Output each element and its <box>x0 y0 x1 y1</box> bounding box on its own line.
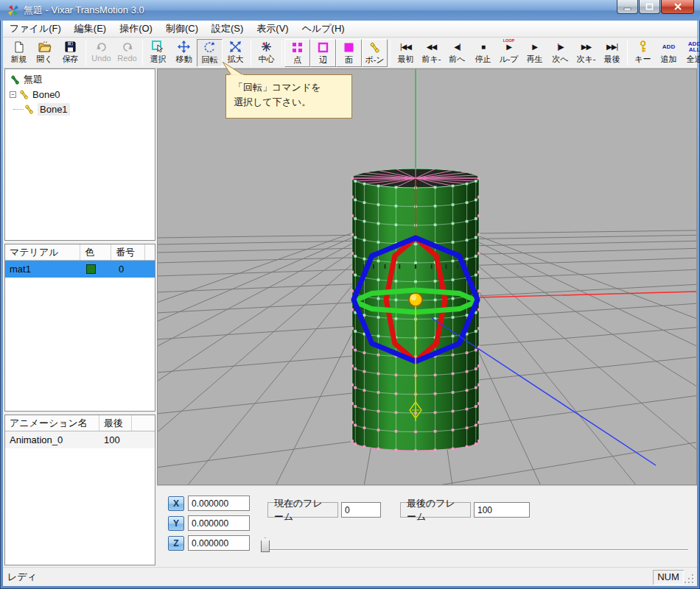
menu-settings[interactable]: 設定(S) <box>205 20 250 38</box>
prev-key-button[interactable]: ◀◀ 前キ- <box>419 39 444 67</box>
menu-control[interactable]: 制御(C) <box>159 20 205 38</box>
material-list-header: マテリアル 色 番号 <box>5 244 155 261</box>
open-file-button[interactable]: 開く <box>32 39 57 67</box>
face-icon <box>343 41 354 54</box>
bone-mode-button[interactable]: ボ-ン <box>362 39 388 67</box>
collapse-expander-icon[interactable]: − <box>10 91 16 98</box>
tree-item-label: 無題 <box>24 73 43 86</box>
tree-item-bone0[interactable]: − Bone0 <box>5 87 155 102</box>
viewport-3d[interactable] <box>157 68 697 485</box>
scale-arrows-icon <box>229 40 242 54</box>
points-icon <box>292 41 303 54</box>
save-floppy-icon <box>65 40 76 54</box>
menu-edit[interactable]: 編集(E) <box>68 20 113 38</box>
animation-list-header: アニメーション名 最後 <box>5 415 155 431</box>
material-row[interactable]: mat1 0 <box>5 261 155 278</box>
material-name: mat1 <box>5 264 80 275</box>
last-frame-input[interactable] <box>474 502 530 518</box>
prev-key-icon: ◀◀ <box>427 40 436 54</box>
bone-icon <box>368 41 381 54</box>
edges-mode-button[interactable]: 辺 <box>310 39 336 67</box>
menu-bar: ファイル(F) 編集(E) 操作(O) 制御(C) 設定(S) 表示(V) ヘル… <box>3 21 697 38</box>
menu-operation[interactable]: 操作(O) <box>113 20 159 38</box>
column-header-color[interactable]: 色 <box>80 244 111 260</box>
close-button[interactable] <box>661 0 694 14</box>
add-key-button[interactable]: ADD 追加 <box>656 39 682 67</box>
viewport-scene[interactable] <box>158 69 696 484</box>
tooltip-line2: 選択して下さい。 <box>234 95 347 110</box>
maximize-button[interactable] <box>639 0 660 14</box>
column-header-material[interactable]: マテリアル <box>5 244 80 260</box>
current-frame-input[interactable] <box>341 502 381 518</box>
z-axis-button[interactable]: Z <box>168 536 184 551</box>
toolbar-separator <box>142 40 143 66</box>
column-header-animation-name[interactable]: アニメーション名 <box>5 415 99 431</box>
tree-item-label: Bone1 <box>38 103 70 116</box>
loop-button[interactable]: LOOP ▶ ル-プ <box>496 39 522 67</box>
move-tool-button[interactable]: 移動 <box>171 39 197 67</box>
x-value-input[interactable] <box>188 495 250 511</box>
next-frame-button[interactable]: |▶ 次へ <box>547 39 573 67</box>
animation-panel: アニメーション名 最後 Animation_0 100 <box>4 415 155 565</box>
tree-item-label: Bone0 <box>32 89 60 100</box>
first-frame-button[interactable]: |◀◀ 最初 <box>393 39 419 67</box>
material-color-swatch[interactable] <box>86 264 96 274</box>
prev-frame-button[interactable]: ◀| 前へ <box>444 39 470 67</box>
app-window: 無題 - Vixar TransMotion 3.0 ファイル(F) 編集(E)… <box>0 0 700 589</box>
tree-item-bone1[interactable]: Bone1 <box>5 102 155 116</box>
green-bone-icon <box>10 74 21 85</box>
guide-tooltip: 「回転」コマンドを 選択して下さい。 <box>225 74 352 119</box>
save-button[interactable]: 保存 <box>57 39 83 67</box>
menu-view[interactable]: 表示(V) <box>250 20 295 38</box>
stop-button[interactable]: ■ 停止 <box>470 39 496 67</box>
z-value-input[interactable] <box>188 535 250 551</box>
gizmo-center-handle[interactable] <box>409 293 422 306</box>
play-icon: ▶ <box>532 40 537 54</box>
close-icon <box>673 3 682 10</box>
status-message: レディ <box>3 571 653 584</box>
status-bar: レディ NUM <box>3 567 697 586</box>
transform-frame-panel: X Y Z 現在のフレーム 最後のフレーム <box>157 485 697 567</box>
tree-item-root[interactable]: 無題 <box>5 72 155 87</box>
tooltip-tail <box>214 62 243 77</box>
column-header-number[interactable]: 番号 <box>111 244 145 260</box>
new-file-icon <box>13 40 24 54</box>
frame-slider-track[interactable] <box>265 549 688 551</box>
y-axis-button[interactable]: Y <box>168 516 184 531</box>
animation-row[interactable]: Animation_0 100 <box>5 431 155 448</box>
toolbar-separator <box>390 40 391 66</box>
loop-label: LOOP <box>503 38 515 43</box>
last-frame-label: 最後のフレーム <box>400 502 471 518</box>
last-frame-button[interactable]: ▶▶| 最後 <box>599 39 625 67</box>
select-cursor-icon <box>152 40 164 54</box>
faces-mode-button[interactable]: 面 <box>336 39 362 67</box>
x-axis-button[interactable]: X <box>168 496 184 511</box>
redo-button[interactable]: Redo <box>114 39 140 67</box>
undo-button[interactable]: Undo <box>88 39 114 67</box>
move-arrows-icon <box>178 40 190 54</box>
resize-grip[interactable] <box>685 574 693 583</box>
toolbar-separator <box>85 40 86 66</box>
new-file-button[interactable]: 新規 <box>6 39 32 67</box>
num-lock-indicator: NUM <box>653 570 684 585</box>
center-tool-button[interactable]: 中心 <box>253 39 279 67</box>
key-button[interactable]: キー <box>630 39 656 67</box>
first-frame-icon: |◀◀ <box>400 40 411 54</box>
play-button[interactable]: ▶ 再生 <box>522 39 547 67</box>
frame-slider-thumb[interactable] <box>261 537 270 552</box>
next-key-button[interactable]: ▶▶ 次キ- <box>573 39 599 67</box>
menu-file[interactable]: ファイル(F) <box>3 20 68 38</box>
minimize-icon <box>623 4 631 10</box>
minimize-button[interactable] <box>617 0 638 14</box>
points-mode-button[interactable]: 点 <box>284 39 310 67</box>
y-value-input[interactable] <box>188 515 250 531</box>
maximize-icon <box>645 3 654 10</box>
toolbar: 新規 開く 保存 Undo Redo 選択 <box>3 38 697 68</box>
bone-icon <box>24 104 35 115</box>
menu-help[interactable]: ヘルプ(H) <box>295 20 351 38</box>
column-header-last[interactable]: 最後 <box>99 415 132 431</box>
add-all-keys-button[interactable]: ADD ALL 全追 <box>682 39 700 67</box>
title-bar[interactable]: 無題 - Vixar TransMotion 3.0 <box>0 0 700 21</box>
open-folder-icon <box>38 40 52 54</box>
select-tool-button[interactable]: 選択 <box>145 39 171 67</box>
